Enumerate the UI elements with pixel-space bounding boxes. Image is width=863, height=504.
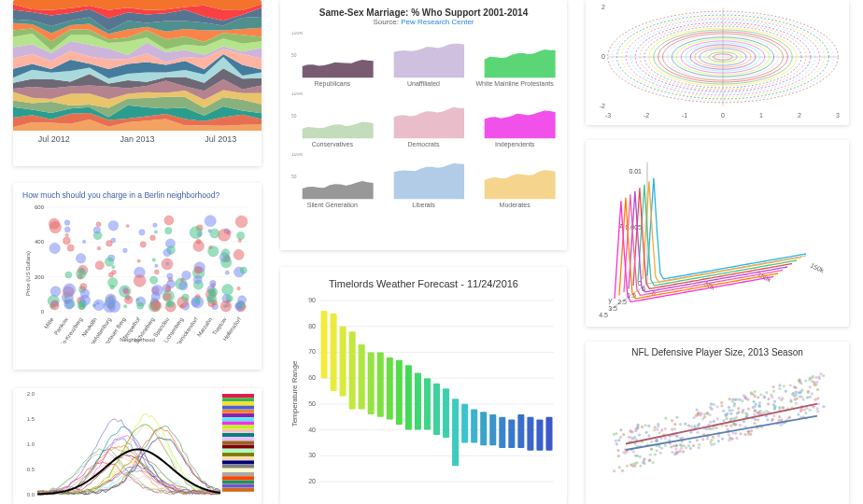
svg-point-661 bbox=[744, 412, 747, 414]
svg-point-673 bbox=[658, 431, 661, 434]
svg-text:400: 400 bbox=[35, 239, 45, 245]
sm-panel: 50100%Republicans bbox=[291, 32, 374, 87]
svg-point-635 bbox=[656, 439, 658, 441]
nfl-scatter-plot[interactable] bbox=[593, 361, 842, 492]
svg-rect-254 bbox=[331, 314, 337, 391]
svg-text:100%: 100% bbox=[291, 32, 304, 35]
sm-mini-area[interactable] bbox=[383, 153, 465, 200]
svg-point-98 bbox=[155, 264, 158, 267]
chart-title: How much should you charge in a Berlin n… bbox=[22, 190, 252, 200]
svg-rect-220 bbox=[222, 453, 254, 456]
svg-text:0.5: 0.5 bbox=[27, 467, 35, 472]
svg-point-71 bbox=[112, 265, 115, 268]
svg-point-558 bbox=[753, 413, 756, 416]
svg-text:50: 50 bbox=[291, 114, 297, 119]
svg-point-455 bbox=[619, 428, 622, 431]
svg-point-109 bbox=[164, 216, 174, 225]
svg-point-596 bbox=[660, 428, 663, 431]
svg-point-104 bbox=[152, 285, 163, 296]
svg-text:Temperature Range: Temperature Range bbox=[290, 360, 299, 427]
sm-mini-area[interactable] bbox=[474, 92, 556, 139]
sm-mini-area[interactable]: 50100% bbox=[291, 32, 374, 78]
svg-point-436 bbox=[729, 425, 732, 427]
svg-point-102 bbox=[154, 270, 159, 274]
svg-point-536 bbox=[754, 395, 757, 398]
svg-rect-258 bbox=[368, 352, 375, 414]
svg-point-496 bbox=[799, 410, 802, 413]
svg-point-549 bbox=[783, 385, 785, 387]
svg-point-89 bbox=[139, 230, 145, 235]
svg-point-618 bbox=[613, 469, 615, 472]
svg-text:50: 50 bbox=[291, 53, 297, 58]
svg-point-131 bbox=[182, 294, 189, 301]
svg-point-675 bbox=[724, 413, 727, 416]
svg-point-688 bbox=[743, 433, 746, 436]
svg-point-578 bbox=[816, 410, 819, 413]
svg-point-427 bbox=[758, 404, 761, 407]
sm-mini-area[interactable]: 50100% bbox=[291, 153, 374, 200]
svg-point-377 bbox=[649, 454, 652, 456]
svg-point-169 bbox=[222, 284, 233, 295]
contour-plot[interactable]: -3-2-10123-202 bbox=[591, 4, 843, 119]
svg-point-531 bbox=[729, 409, 731, 412]
svg-point-181 bbox=[221, 257, 232, 267]
svg-point-466 bbox=[703, 413, 706, 415]
svg-rect-270 bbox=[480, 412, 487, 445]
svg-point-178 bbox=[221, 249, 230, 258]
multiline-plot[interactable]: 0.00.51.01.52.0 bbox=[17, 392, 258, 500]
svg-point-143 bbox=[194, 298, 200, 303]
svg-text:Price (US Dollars): Price (US Dollars) bbox=[25, 251, 31, 296]
sm-mini-area[interactable]: 50100% bbox=[291, 92, 374, 139]
svg-point-84 bbox=[140, 242, 146, 247]
sm-mini-area[interactable] bbox=[383, 32, 465, 78]
svg-point-699 bbox=[778, 384, 781, 386]
svg-rect-274 bbox=[517, 414, 524, 448]
svg-point-562 bbox=[664, 427, 667, 430]
svg-point-463 bbox=[778, 406, 781, 409]
svg-point-689 bbox=[733, 404, 736, 407]
svg-text:0.0: 0.0 bbox=[27, 492, 35, 497]
svg-point-681 bbox=[680, 444, 683, 447]
sm-panel: Moderates bbox=[474, 153, 556, 208]
svg-rect-261 bbox=[396, 360, 403, 425]
svg-point-706 bbox=[615, 440, 617, 442]
sm-mini-area[interactable] bbox=[383, 92, 465, 139]
svg-point-429 bbox=[664, 444, 667, 447]
svg-point-556 bbox=[799, 379, 801, 382]
svg-point-77 bbox=[123, 248, 128, 253]
svg-point-592 bbox=[617, 455, 620, 457]
svg-point-45 bbox=[80, 284, 87, 290]
bubble-plot[interactable]: 0200400600MittePankowFriedrichshain-Kreu… bbox=[22, 203, 252, 343]
sm-panel: 50100%Conservatives bbox=[291, 92, 374, 147]
svg-rect-253 bbox=[321, 311, 328, 378]
svg-point-355 bbox=[773, 400, 776, 403]
source-link[interactable]: Pew Research Center bbox=[401, 18, 474, 26]
svg-point-68 bbox=[110, 285, 115, 289]
svg-point-129 bbox=[179, 282, 188, 290]
svg-text:50: 50 bbox=[308, 400, 316, 407]
svg-point-398 bbox=[693, 416, 696, 419]
sm-panel-label: Liberals bbox=[383, 202, 465, 208]
svg-point-441 bbox=[708, 413, 711, 416]
stacked-area-plot[interactable] bbox=[13, 0, 262, 131]
svg-point-651 bbox=[633, 436, 636, 439]
svg-point-28 bbox=[64, 296, 67, 299]
svg-point-439 bbox=[721, 438, 724, 441]
three-d-line-plot[interactable]: 00.0050.01z01.52.53.54.5y050k100k150k bbox=[591, 144, 843, 321]
svg-point-435 bbox=[795, 390, 798, 393]
svg-rect-213 bbox=[222, 426, 254, 429]
svg-point-597 bbox=[765, 410, 768, 413]
svg-point-666 bbox=[657, 425, 659, 427]
sm-mini-area[interactable] bbox=[474, 32, 556, 78]
sm-mini-area[interactable] bbox=[474, 153, 556, 200]
svg-point-680 bbox=[753, 422, 756, 425]
svg-point-72 bbox=[108, 220, 119, 231]
svg-point-116 bbox=[165, 227, 172, 233]
svg-point-623 bbox=[792, 392, 795, 395]
weather-range-plot[interactable]: 2030405060708090Temperature Range bbox=[288, 297, 559, 491]
svg-point-674 bbox=[803, 409, 806, 412]
card-contour-field: -3-2-10123-202 bbox=[586, 0, 849, 125]
svg-point-659 bbox=[797, 413, 799, 416]
svg-point-105 bbox=[150, 301, 162, 312]
svg-point-406 bbox=[656, 428, 658, 431]
